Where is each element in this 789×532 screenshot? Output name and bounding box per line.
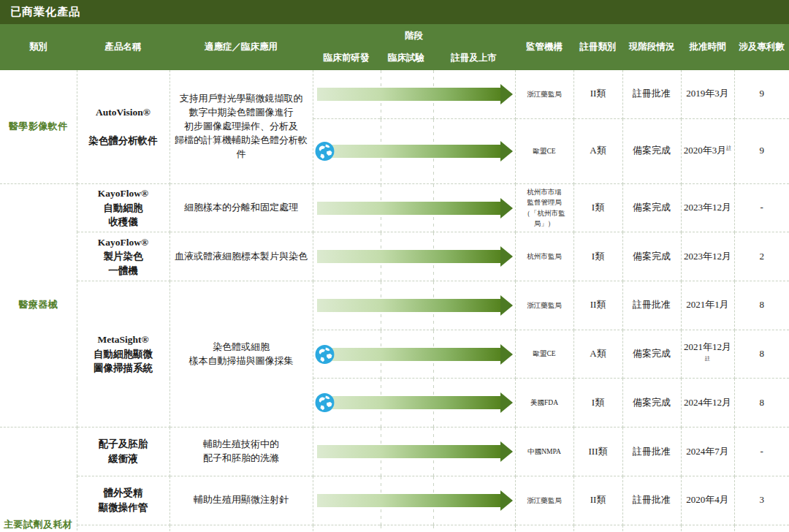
stage-progress-cell <box>313 476 515 525</box>
regulator-cell: 浙江藥監局 <box>515 281 573 330</box>
time-cell: 2021年1月 <box>681 281 734 330</box>
regulator-cell: 杭州市監局 <box>515 232 573 281</box>
stage-progress-cell <box>313 70 515 118</box>
header-row: 類別 產品名稱 適應症／臨床應用 階段 臨床前研發 臨床試驗 註冊及上市 監管機… <box>0 24 789 70</box>
status-cell: 備案完成 <box>622 330 681 379</box>
globe-icon <box>315 344 335 364</box>
patents-cell: 8 <box>734 379 789 428</box>
globe-icon <box>315 393 335 413</box>
col-header-class: 註冊類別 <box>573 24 622 70</box>
indication-cell: 細胞樣本的分離和固定處理 <box>169 183 313 232</box>
progress-arrow <box>313 84 515 104</box>
status-cell: 註冊批准 <box>622 70 681 118</box>
stage-progress-cell <box>313 330 515 379</box>
time-cell: 2024年12月 <box>681 379 734 428</box>
class-cell: A類 <box>573 118 622 183</box>
stage-label: 階段 <box>313 30 515 42</box>
products-table: 類別 產品名稱 適應症／臨床應用 階段 臨床前研發 臨床試驗 註冊及上市 監管機… <box>0 24 789 532</box>
table-row: ICSI顯微 操作皿 ICSI過程中配子／ 胚胎操作與觀察 浙江藥監局 II類 … <box>0 525 789 532</box>
status-cell: 備案完成 <box>622 183 681 232</box>
class-cell: A類 <box>573 330 622 379</box>
stage-progress-cell <box>313 232 515 281</box>
category-cell: 醫療器械 <box>0 183 77 427</box>
regulator-cell: 歐盟CE <box>515 330 573 379</box>
patents-cell: 9 <box>734 70 789 118</box>
status-cell: 備案完成 <box>622 232 681 281</box>
patents-cell: - <box>734 428 789 476</box>
product-name: ICSI顯微 操作皿 <box>77 525 169 532</box>
regulator-cell: 浙江藥監局 <box>515 70 573 118</box>
progress-arrow <box>313 295 515 316</box>
progress-arrow <box>313 141 515 162</box>
table-row: 主要試劑及耗材 配子及胚胎 緩衝液 輔助生殖技術中的 配子和胚胎的洗滌 中國NM… <box>0 428 789 476</box>
progress-arrow <box>313 344 515 365</box>
col-header-status: 現階段情況 <box>622 24 681 70</box>
time-cell: 2020年4月 <box>681 476 734 525</box>
class-cell: II類 <box>573 281 622 330</box>
time-cell: 2021年12月註 <box>681 330 734 379</box>
patents-cell: 4 <box>734 525 789 532</box>
status-cell: 註冊批准 <box>622 281 681 330</box>
stage-progress-cell <box>313 428 515 476</box>
stage-progress-cell <box>313 379 515 428</box>
category-cell: 醫學影像軟件 <box>0 70 77 183</box>
table-row: 醫療器械 KayoFlow® 自動細胞 收穫儀 細胞樣本的分離和固定處理 杭州市… <box>0 183 789 232</box>
class-cell: III類 <box>573 428 622 476</box>
time-cell: 2023年12月 <box>681 232 734 281</box>
stage-sub-preclinical: 臨床前研發 <box>313 52 380 64</box>
class-cell: I類 <box>573 232 622 281</box>
col-header-category: 類別 <box>0 24 77 70</box>
regulator-cell: 杭州市市場 監督管理局 （「杭州市監局」） <box>515 183 573 232</box>
progress-arrow <box>313 246 515 267</box>
stage-sub-registration: 註冊及上市 <box>432 52 515 64</box>
col-header-stage: 階段 臨床前研發 臨床試驗 註冊及上市 <box>313 24 515 70</box>
table-row: MetaSight® 自動細胞顯微 圖像掃描系統 染色體或細胞 樣本自動掃描與圖… <box>0 281 789 330</box>
regulator-cell: 歐盟CE <box>515 118 573 183</box>
indication-cell: 血液或體液細胞標本製片與染色 <box>169 232 313 281</box>
progress-arrow <box>313 441 515 462</box>
indication-cell: 輔助生殖用顯微注射針 <box>169 476 313 525</box>
status-cell: 備案完成 <box>622 379 681 428</box>
indication-cell: 染色體或細胞 樣本自動掃描與圖像採集 <box>169 281 313 428</box>
table-row: 體外受精 顯微操作管 輔助生殖用顯微注射針 浙江藥監局 II類 註冊批准 202… <box>0 476 789 525</box>
time-cell: 2020年3月註 <box>681 118 734 183</box>
regulator-cell: 浙江藥監局 <box>515 476 573 525</box>
commercialized-products-page: 已商業化產品 類別 產品名稱 適應症／臨床應用 階段 臨床前研發 臨床試驗 <box>0 0 789 532</box>
progress-arrow <box>313 392 515 413</box>
product-name: 體外受精 顯微操作管 <box>77 476 169 525</box>
stage-progress-cell <box>313 281 515 330</box>
col-header-time: 批准時間 <box>681 24 734 70</box>
product-name: KayoFlow® 自動細胞 收穫儀 <box>77 183 169 232</box>
stage-progress-cell <box>313 118 515 183</box>
category-cell: 主要試劑及耗材 <box>0 428 77 532</box>
table-row: KayoFlow® 製片染色 一體機 血液或體液細胞標本製片與染色 杭州市監局 … <box>0 232 789 281</box>
stage-progress-cell <box>313 183 515 232</box>
regulator-cell: 美國FDA <box>515 379 573 428</box>
class-cell: I類 <box>573 183 622 232</box>
class-cell: II類 <box>573 70 622 118</box>
indication-cell: ICSI過程中配子／ 胚胎操作與觀察 <box>169 525 313 532</box>
status-cell: 註冊批准 <box>622 428 681 476</box>
status-cell: 註冊批准 <box>622 525 681 532</box>
patents-cell: 3 <box>734 476 789 525</box>
patents-cell: 2 <box>734 232 789 281</box>
time-cell: 2019年3月 <box>681 70 734 118</box>
stage-progress-cell <box>313 525 515 532</box>
col-header-indication: 適應症／臨床應用 <box>169 24 313 70</box>
col-header-product: 產品名稱 <box>77 24 169 70</box>
globe-icon <box>315 141 335 161</box>
patents-cell: 9 <box>734 118 789 183</box>
patents-cell: 8 <box>734 330 789 379</box>
col-header-regulator: 監管機構 <box>515 24 573 70</box>
patents-cell: - <box>734 183 789 232</box>
col-header-patents: 涉及專利數 <box>734 24 789 70</box>
indication-cell: 輔助生殖技術中的 配子和胚胎的洗滌 <box>169 428 313 476</box>
status-cell: 註冊批准 <box>622 476 681 525</box>
product-name: AutoVision® 染色體分析軟件 <box>77 70 169 183</box>
class-cell: II類 <box>573 525 622 532</box>
class-cell: II類 <box>573 476 622 525</box>
class-cell: I類 <box>573 379 622 428</box>
product-name: MetaSight® 自動細胞顯微 圖像掃描系統 <box>77 281 169 428</box>
page-title: 已商業化產品 <box>0 0 789 24</box>
indication-cell: 支持用戶對光學顯微鏡擷取的 數字中期染色體圖像進行 初步圖像處理操作、分析及 歸… <box>169 70 313 183</box>
